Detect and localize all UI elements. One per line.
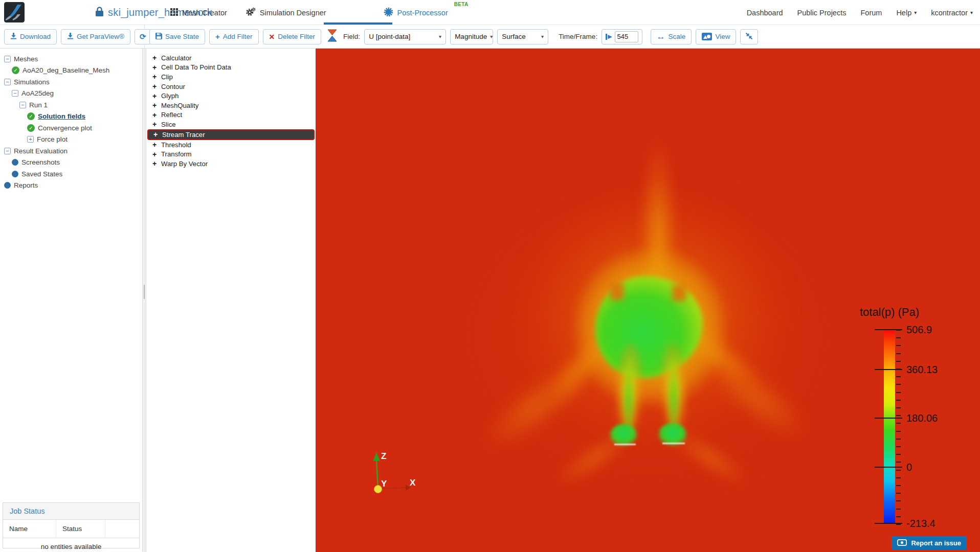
column-header-status: Status (56, 520, 105, 538)
field-select[interactable]: U [point-data] ▾ (364, 29, 446, 44)
job-status-header-row: Name Status (3, 520, 139, 538)
filter-item-glyph[interactable]: +Glyph (146, 91, 316, 101)
tab-post-processor[interactable]: Post-Processor BETA (384, 7, 448, 18)
tree-item-label: Saved States (21, 170, 62, 178)
cfd-left-shoulder-notch (610, 283, 623, 300)
legend-minor-ticks (896, 330, 901, 525)
cfd-left-foot (610, 424, 637, 446)
view-button[interactable]: View (696, 29, 736, 44)
filter-item-cell-data-to-point-data[interactable]: +Cell Data To Point Data (146, 63, 316, 73)
tree-item-saved-states[interactable]: Saved States (0, 168, 142, 180)
collapse-minus-icon[interactable]: − (12, 90, 18, 97)
filter-item-clip[interactable]: +Clip (146, 72, 316, 82)
plus-icon: + (151, 159, 158, 168)
filter-item-slice[interactable]: +Slice (146, 120, 316, 129)
tree-item-result-evaluation[interactable]: − Result Evaluation (0, 145, 142, 157)
nav-public-projects[interactable]: Public Projects (797, 9, 847, 17)
tree-item-run1[interactable]: − Run 1 (0, 99, 142, 111)
plus-icon: + (151, 82, 158, 90)
tree-item-label: Solution fields (38, 112, 85, 120)
collapse-minus-icon[interactable]: − (4, 56, 11, 62)
tree-item-simulations[interactable]: − Simulations (0, 76, 142, 88)
tree-item-convergence-plot[interactable]: ✓ Convergence plot (0, 122, 142, 134)
filter-item-contour[interactable]: +Contour (146, 82, 316, 91)
get-paraview-button[interactable]: Get ParaView® (61, 29, 130, 44)
collapse-minus-icon[interactable]: − (4, 148, 11, 154)
report-issue-button[interactable]: Report an issue (892, 536, 967, 550)
filter-item-stream-tracer-selected[interactable]: +Stream Tracer (147, 129, 315, 140)
component-select[interactable]: Magnitude ▾ (450, 29, 493, 44)
tree-item-label: AoA20_deg_Baseline_Mesh (23, 66, 109, 74)
time-frame-input[interactable] (615, 31, 638, 42)
post-processor-gear-icon (384, 7, 393, 18)
simscale-post-processor-app: ski_jumper_homework Mesh Creator (0, 0, 980, 552)
time-frame-control: ▶ (602, 29, 642, 44)
legend-title: total(p) (Pa) (846, 306, 933, 319)
orientation-axes: Z Y X (357, 447, 428, 501)
step-play-icon[interactable]: ▶ (606, 33, 612, 40)
legend-tick-label: 0 (906, 462, 912, 473)
panel-resizer-handle[interactable] (142, 49, 146, 552)
tab-label: Post-Processor (397, 9, 448, 17)
save-icon (155, 33, 162, 41)
plus-icon: + (152, 130, 159, 139)
active-tab-underline (324, 22, 392, 25)
add-filter-button[interactable]: + Add Filter (209, 29, 259, 44)
filter-item-warp-by-vector[interactable]: +Warp By Vector (146, 159, 316, 169)
legend-tick-label: 180.06 (906, 412, 938, 424)
tree-item-label: Meshes (14, 55, 38, 63)
project-tree: − Meshes ✓ AoA20_deg_Baseline_Mesh − Sim… (0, 53, 142, 191)
save-state-button[interactable]: Save State (149, 29, 205, 44)
expand-plus-icon[interactable]: + (27, 136, 34, 143)
download-button[interactable]: Download (4, 29, 57, 44)
legend-tick-label: 360.13 (906, 364, 938, 376)
tree-item-reports[interactable]: Reports (0, 180, 142, 192)
plus-icon: + (151, 141, 158, 149)
success-check-icon: ✓ (27, 124, 35, 132)
plus-icon: + (151, 150, 158, 158)
nav-dashboard[interactable]: Dashboard (747, 9, 783, 17)
filter-item-reflect[interactable]: +Reflect (146, 110, 316, 120)
filter-item-threshold[interactable]: +Threshold (146, 140, 316, 150)
scale-button[interactable]: ↔ Scale (651, 29, 692, 44)
legend-major-tick (875, 369, 902, 370)
section-dot-icon (4, 182, 11, 189)
filter-hourglass-icon (327, 29, 337, 44)
section-dot-icon (12, 171, 18, 177)
tree-item-meshes[interactable]: − Meshes (0, 53, 142, 65)
tab-simulation-designer[interactable]: Simulation Designer (246, 7, 326, 18)
app-logo-icon[interactable] (4, 2, 25, 22)
tab-mesh-creator[interactable]: Mesh Creator (170, 8, 227, 17)
plus-icon: + (151, 101, 158, 109)
view-image-icon (702, 33, 712, 40)
collapse-minus-icon[interactable]: − (19, 102, 26, 108)
collapse-view-button[interactable] (740, 29, 758, 44)
module-tabs: Mesh Creator Simulation Designer (170, 0, 466, 25)
camera-icon (897, 539, 907, 547)
filter-item-meshquality[interactable]: +MeshQuality (146, 101, 316, 110)
chevron-down-icon: ▾ (970, 10, 973, 15)
tree-item-force-plot[interactable]: + Force plot (0, 134, 142, 146)
legend-tick-label: -213.4 (906, 518, 936, 530)
cfd-right-ski (662, 443, 685, 444)
collapse-minus-icon[interactable]: − (4, 79, 11, 85)
tree-item-mesh-aoa20[interactable]: ✓ AoA20_deg_Baseline_Mesh (0, 65, 142, 77)
legend-tick-label: 506.9 (906, 324, 932, 336)
collapse-arrows-icon (745, 32, 753, 41)
tree-item-label: Run 1 (29, 101, 48, 109)
plus-icon: + (151, 92, 158, 100)
delete-filter-button[interactable]: ✕ Delete Filter (263, 29, 322, 44)
tree-item-aoa25deg[interactable]: − AoA25deg (0, 88, 142, 100)
nav-forum[interactable]: Forum (860, 9, 882, 17)
success-check-icon: ✓ (12, 66, 19, 74)
render-viewport[interactable]: total(p) (Pa) 506.9 360.13 180.06 0 -213… (316, 49, 980, 552)
tree-item-screenshots[interactable]: Screenshots (0, 157, 142, 169)
filter-item-transform[interactable]: +Transform (146, 149, 316, 159)
nav-help-menu[interactable]: Help▾ (896, 9, 917, 17)
tree-item-solution-fields[interactable]: ✓ Solution fields (0, 111, 142, 123)
filter-item-calculator[interactable]: +Calculator (146, 53, 316, 63)
chevron-down-icon: ▾ (439, 34, 441, 39)
axis-y-label: Y (381, 479, 387, 489)
nav-user-menu[interactable]: kcontractor▾ (931, 9, 973, 17)
representation-select[interactable]: Surface ▾ (497, 29, 548, 44)
